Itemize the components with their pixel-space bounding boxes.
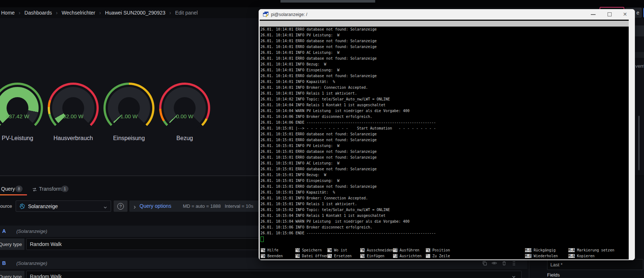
drag-handle-icon[interactable]: [511, 260, 517, 266]
transform-icon: [32, 187, 37, 194]
query-options-md: MD = auto = 1888: [183, 203, 221, 209]
nano-shortcut-label: Beenden: [265, 254, 283, 258]
background-window-edge: [280, 0, 375, 3]
terminal-log-line: 26.01. 10:15:01 INFO Bezug: W: [260, 172, 629, 178]
terminal-log-line: 26.01. 10:14:01 ERRO database not found:…: [260, 38, 629, 44]
query-type-label-a: Query type: [0, 238, 24, 250]
duplicate-query-icon[interactable]: [482, 260, 487, 266]
terminal-log-line: 26.01. 10:15:01 INFO Relais 1 ist aktivi…: [260, 201, 629, 207]
nano-shortcut-key: ^W: [327, 248, 332, 252]
terminal-cursor: [260, 237, 264, 242]
gauge-value-arc: [52, 87, 94, 129]
tab-query-badge: 8: [15, 186, 23, 192]
terminal-log-line: 26.01. 10:15:04 INFO Relais 1 Kontakt 1 …: [260, 213, 629, 219]
terminal-log-line: 26.01. 10:15:01 ERRO database not found:…: [260, 155, 629, 160]
nano-shortcut-key: ^T: [393, 248, 397, 252]
nano-shortcut-label: Ausrichten: [397, 254, 421, 258]
terminal-log-line: 26.01. 10:14:01 INFO Bezug: W: [260, 61, 629, 67]
nano-shortcut: ^G Hilfe: [261, 247, 278, 253]
calculate-select[interactable]: Last *: [547, 259, 643, 270]
chevron-right-icon: [133, 204, 137, 211]
terminal-log-line: 26.01. 10:15:01 INFO AC Leistung: W: [260, 160, 629, 166]
screenshot-root: Home › Dashboards › Wechselrichter › Hua…: [0, 0, 644, 278]
nano-shortcut-label: Kopieren: [575, 254, 594, 258]
nano-shortcut: ^X Beenden: [261, 253, 283, 259]
nano-shortcut: ^_ Zu Zeile: [426, 253, 450, 259]
terminal-log-line: 26.01. 10:15:01 INFO Einspeisung: W: [260, 178, 629, 184]
nano-shortcut-key: ^X: [261, 254, 265, 258]
editor-tabs: Query 8 Transform 1: [0, 184, 259, 196]
options-panel-divider: [529, 260, 529, 278]
gauge-value: 0.00 W: [159, 113, 210, 119]
minimize-icon[interactable]: [591, 14, 596, 15]
delete-query-trash-icon[interactable]: [501, 260, 507, 266]
nano-title-bar: GNU nano 5.4 /var/www/log/automation.log: [260, 21, 629, 27]
breadcrumb-current-edit-panel: Edit panel: [175, 10, 198, 16]
datasource-select[interactable]: Solaranzeige: [16, 200, 111, 212]
options-panel-scrollbar[interactable]: [638, 116, 640, 170]
fields-label: Fields: [547, 272, 560, 278]
nano-shortcut: ^\ Ersetzen: [327, 253, 352, 259]
breadcrumb-separator-icon: ›: [56, 10, 58, 16]
nano-shortcut-key: ^J: [393, 254, 397, 258]
terminal-log-line: 26.01. 10:14:02 INFO Topic: tele/Solar_A…: [260, 96, 629, 102]
datasource-help-button[interactable]: ?: [114, 200, 127, 212]
terminal-log-line: 26.01. 10:14:01 INFO AC Leistung: W: [260, 50, 629, 56]
close-icon[interactable]: ✕: [623, 11, 627, 17]
terminal-log-line: 26.01. 10:15:06 ENDE -------------------…: [260, 230, 629, 236]
nano-shortcut: ^K Ausschneiden: [360, 247, 393, 253]
top-strip: [0, 0, 644, 7]
gauge-value: 1.00 W: [103, 113, 154, 119]
nano-shortcut-label: Position: [430, 248, 450, 252]
breadcrumb-item-dashboard-name[interactable]: Huawei SUN2000_290923: [105, 10, 165, 16]
nano-shortcut-key: M-U: [525, 248, 531, 252]
terminal-log-line: 26.01. 10:14:01 ERRO database not found:…: [260, 56, 629, 61]
query-options-interval: Interval = 10s: [225, 203, 253, 209]
nano-shortcut-label: Ersetzen: [332, 254, 352, 258]
terminal-log-line: 26.01. 10:14:06 INFO Broker disconnect e…: [260, 114, 629, 120]
tab-query[interactable]: Query: [1, 186, 15, 192]
breadcrumb-item-wechselrichter[interactable]: Wechselrichter: [62, 10, 95, 16]
terminal-log-line: 26.01. 10:15:01 INFO Broker: Connection …: [260, 195, 629, 201]
query-type-select-b[interactable]: Random Walk: [26, 271, 522, 278]
nano-shortcut-label: Ausführen: [397, 248, 419, 252]
gauge-einspeisung: 1.00 W: [103, 83, 154, 134]
nano-shortcut-row: ^X Beenden^R Datei öffnen^\ Ersetzen^U E…: [260, 253, 629, 259]
putty-app-icon: [263, 12, 269, 19]
nano-shortcut: ^C Position: [426, 247, 450, 253]
gauge-label-hausverbrauch: Hausverbrauch: [42, 135, 104, 142]
influxdb-icon: [19, 203, 25, 209]
nano-shortcut-label: Rückgängig: [531, 248, 555, 252]
terminal-log-line: 26.01. 10:14:01 INFO Broker: Connection …: [260, 85, 629, 91]
terminal-log-line: 26.01. 10:15:01 ERRO database not found:…: [260, 131, 629, 137]
query-row-b-datasource: (Solaranzeige): [16, 261, 47, 266]
query-row-a-datasource: (Solaranzeige): [16, 229, 47, 234]
tab-transform[interactable]: Transform: [39, 186, 62, 192]
nano-shortcut-label: Speichern: [300, 248, 322, 252]
nano-shortcut-label: Einfügen: [365, 254, 384, 258]
terminal-log-line: 26.01. 10:15:02 INFO Topic: tele/Solar_A…: [260, 207, 629, 213]
options-panel-row: [635, 25, 644, 36]
nano-shortcut-label: Wiederholen: [531, 254, 558, 258]
hide-query-eye-icon[interactable]: [491, 260, 497, 266]
gauge-value: 437.42 W: [0, 113, 43, 119]
nano-shortcut: M-E Wiederholen: [525, 253, 558, 259]
query-ref-b: B: [2, 260, 6, 266]
gauge-value: 62.00 W: [48, 113, 99, 119]
query-options-label: Query options: [140, 203, 171, 209]
nano-shortcut-key: ^U: [360, 254, 365, 258]
nano-shortcut-key: ^C: [426, 248, 430, 252]
terminal-scrollbar[interactable]: [629, 20, 635, 260]
nano-shortcut-label: Wo ist: [332, 248, 347, 252]
terminal-window-title: pi@solaranzeige: /: [271, 12, 307, 17]
terminal-title-bar[interactable]: pi@solaranzeige: / ✕: [259, 9, 635, 20]
putty-terminal-window: pi@solaranzeige: / ✕ GNU nano 5.4 /var/w…: [259, 9, 635, 260]
terminal-log-line: 26.01. 10:14:01 ERRO database not found:…: [260, 27, 629, 32]
maximize-icon[interactable]: [608, 12, 612, 16]
query-type-value-b: Random Walk: [30, 274, 62, 278]
nano-shortcut-key: ^K: [360, 248, 365, 252]
breadcrumb-item-dashboards[interactable]: Dashboards: [24, 10, 52, 16]
nano-shortcut-key: M-E: [525, 254, 531, 258]
breadcrumb-item-home[interactable]: Home: [1, 10, 15, 16]
tab-transform-badge: 1: [61, 186, 68, 192]
